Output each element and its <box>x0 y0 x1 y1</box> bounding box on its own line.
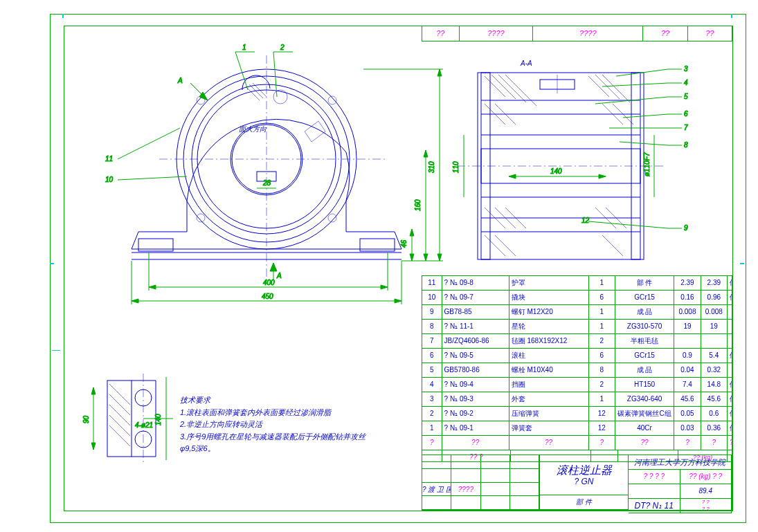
dim-310: 310 <box>428 161 435 173</box>
section-view: A-A <box>452 59 688 259</box>
svg-marker-86 <box>509 174 516 178</box>
svg-marker-33 <box>132 299 138 303</box>
bom-header: ? ?? ?? ? ?? ? ? ?? <box>422 436 732 450</box>
svg-line-83 <box>495 235 516 256</box>
title-block-right: 河南理工大学万方科技学院 ? ? ? ? ?? (kg) ? ? 89.4 DT… <box>629 455 732 511</box>
drawing-title: 滚柱逆止器 ? GN <box>540 455 628 495</box>
table-row: 11? N₁ 09-8护罩1部 件2.392.39借用 <box>422 276 732 291</box>
svg-line-109 <box>109 394 130 415</box>
svg-marker-40 <box>424 254 428 261</box>
note-line: 2.非逆止方向应转动灵活 <box>180 419 381 431</box>
svg-line-47 <box>235 52 248 90</box>
tech-notes: 技术要求 1.滚柱表面和弹簧套内外表面要经过渗润滑脂 2.非逆止方向应转动灵活 … <box>180 394 381 455</box>
table-row: 9GB78-85螺钉 M12X201成 品0.0080.008 <box>422 305 732 320</box>
drawing-number: DT? N₁ 11 <box>629 499 680 513</box>
svg-line-82 <box>485 235 505 256</box>
section-arrow-a-top: A <box>177 77 183 84</box>
svg-line-66 <box>485 76 505 97</box>
svg-line-52 <box>118 176 187 180</box>
svg-line-69 <box>505 75 536 106</box>
callout-11: 11 <box>105 155 113 163</box>
svg-line-102 <box>588 221 668 228</box>
table-row: 3? N₁ 09-3外套1ZG340-64045.645.6借用 <box>422 392 732 407</box>
table-row: 10? N₁ 09-7撬块6GCr150.160.96借用 <box>422 291 732 305</box>
svg-marker-87 <box>599 174 606 178</box>
svg-line-18 <box>246 86 260 100</box>
svg-marker-28 <box>149 285 156 289</box>
svg-marker-37 <box>410 254 414 261</box>
callout-1: 1 <box>242 44 246 51</box>
drawing-canvas: ?? ???? ???? ?? ?? <box>0 0 758 532</box>
callout-7: 7 <box>684 124 688 131</box>
callout-3: 3 <box>684 65 688 73</box>
section-arrow-a-bottom: A <box>276 272 282 279</box>
dim-sec-110: 110 <box>452 161 460 173</box>
svg-line-68 <box>498 75 526 102</box>
svg-marker-115 <box>91 443 96 450</box>
dim-det-hole: 4-ø21 <box>135 421 153 429</box>
table-row: 7JB/ZQ4606-86毡圈 168X192X122半粗毛毡 <box>422 334 732 349</box>
dim-400: 400 <box>263 279 275 286</box>
callout-2: 2 <box>280 44 285 51</box>
inner-label: 面大方向 <box>239 125 267 133</box>
note-line: 3.序号9用螺孔在星轮与减速器装配后于外侧配钻并攻丝φ9,5深6。 <box>180 431 381 455</box>
detail-view: 90 140 4-ø21 <box>82 374 173 464</box>
callout-10: 10 <box>105 176 114 183</box>
drawing-subtitle: 部 件 <box>540 495 628 510</box>
title-block-center: 滚柱逆止器 ? GN 部 件 <box>540 455 629 511</box>
svg-marker-38 <box>410 229 414 236</box>
front-view: A A 400 450 <box>105 44 443 304</box>
title-block: ? 渡 卫 国???? 滚柱逆止器 ? GN 部 件 河南理工大学万方科技学院 … <box>422 455 732 511</box>
notes-title: 技术要求 <box>180 394 381 407</box>
table-row: 4? N₁ 09-4挡圈2HT1507.414.8借用 <box>422 378 732 392</box>
svg-rect-104 <box>107 380 132 457</box>
dim-28: 28 <box>262 179 271 187</box>
dim-sec-140: 140 <box>550 167 562 175</box>
table-row: 1? N₁ 09-1弹簧套1240Cr0.030.36借用 <box>422 421 732 436</box>
parts-list: 11? N₁ 09-8护罩1部 件2.392.39借用10? N₁ 09-7撬块… <box>422 275 732 462</box>
callout-5: 5 <box>684 93 688 100</box>
svg-marker-41 <box>424 150 428 157</box>
svg-marker-44 <box>437 69 442 76</box>
svg-line-72 <box>602 75 630 102</box>
svg-line-108 <box>109 384 130 405</box>
svg-marker-29 <box>381 285 388 289</box>
svg-line-111 <box>109 415 130 436</box>
title-block-left: ? 渡 卫 国???? <box>422 455 540 511</box>
svg-marker-34 <box>395 299 401 303</box>
table-row: 5GB5780-86螺栓 M10X408成 品0.040.32 <box>422 363 732 378</box>
dim-sec-shaft: ø110F7 <box>643 152 651 176</box>
table-row: 6? N₁ 09-5滚柱6GCr150.95.4借用 <box>422 349 732 363</box>
svg-line-84 <box>602 235 623 256</box>
callout-6: 6 <box>684 110 688 118</box>
note-line: 1.滚柱表面和弹簧套内外表面要经过渗润滑脂 <box>180 407 381 419</box>
dim-160: 160 <box>414 199 422 211</box>
svg-marker-114 <box>91 387 96 394</box>
callout-8: 8 <box>684 141 688 149</box>
svg-line-112 <box>109 425 130 446</box>
dim-46: 46 <box>400 239 408 248</box>
table-row: 8? N₁ 11-1星轮1ZG310-5701919 <box>422 320 732 334</box>
section-label: A-A <box>520 59 532 67</box>
svg-line-96 <box>623 114 668 118</box>
dim-450: 450 <box>262 293 273 300</box>
svg-marker-43 <box>437 254 442 261</box>
callout-9: 9 <box>684 224 688 232</box>
svg-line-51 <box>118 128 180 159</box>
svg-point-11 <box>273 90 287 104</box>
dim-sec-12: 12 <box>581 217 590 224</box>
dim-det-90: 90 <box>82 415 90 423</box>
organization: 河南理工大学万方科技学院 <box>629 455 732 470</box>
table-row: 2? N₁ 09-2压缩弹簧12碳素弹簧钢丝C组0.050.6借用 <box>422 407 732 421</box>
svg-marker-24 <box>270 263 277 271</box>
svg-line-110 <box>109 405 130 425</box>
dim-det-140: 140 <box>154 414 162 425</box>
callout-4: 4 <box>684 79 688 86</box>
